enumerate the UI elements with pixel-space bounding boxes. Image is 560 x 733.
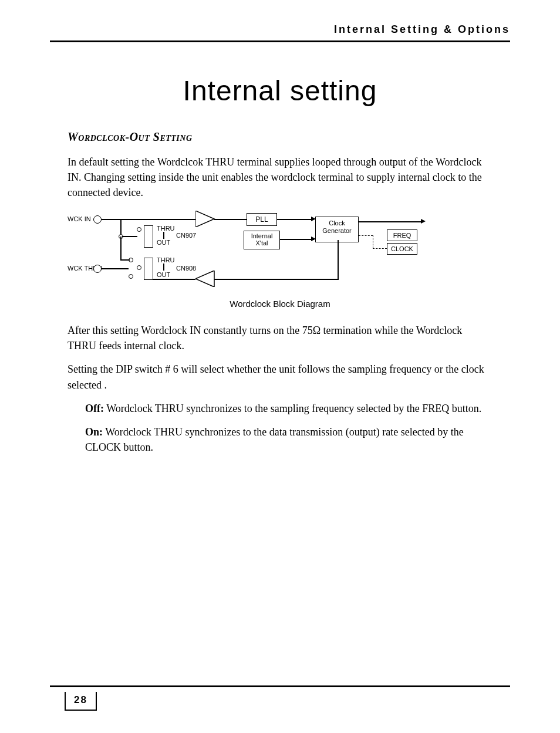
pll-box: PLL	[247, 213, 277, 226]
jack-wck-in	[93, 215, 102, 224]
clock-generator-box: Clock Generator	[315, 217, 359, 242]
line	[102, 219, 195, 220]
label-on: On:	[85, 426, 103, 438]
label-cn907: CN907	[176, 232, 196, 239]
header-rule	[50, 40, 510, 42]
line	[214, 279, 338, 280]
label-out-1: OUT	[157, 239, 170, 246]
wordclock-block-diagram: WCK IN THRU OUT CN907 PLL Internal X'tal…	[68, 211, 443, 293]
running-header: Internal Setting & Options	[50, 23, 510, 40]
line	[163, 264, 164, 271]
para-on: On: Wordclock THRU synchronizes to the d…	[85, 424, 492, 455]
buffer-amp-icon	[195, 271, 217, 287]
line	[102, 268, 129, 269]
para-after-1: After this setting Wordclock IN constant…	[68, 323, 492, 353]
line	[120, 259, 130, 261]
svg-marker-1	[195, 271, 214, 287]
para-off: Off: Wordclock THRU synchronizes to the …	[85, 401, 492, 416]
buffer-amp-icon	[195, 211, 217, 227]
text-off: Wordclock THRU synchronizes to the sampl…	[104, 403, 481, 414]
label-out-2: OUT	[157, 271, 170, 278]
label-thru-1: THRU	[157, 225, 175, 232]
line	[338, 240, 339, 280]
line	[163, 232, 164, 239]
label-off: Off:	[85, 403, 104, 414]
line	[277, 219, 313, 220]
line	[120, 237, 122, 260]
switch-box-2	[144, 258, 153, 280]
line	[359, 221, 423, 222]
para-intro: In default setting the Wordclcok THRU te…	[68, 154, 492, 200]
section-heading: Wordclcok-Out Setting	[68, 130, 510, 144]
label-cn908: CN908	[176, 265, 196, 272]
label-thru-2: THRU	[157, 256, 175, 264]
switch-box-1	[144, 225, 153, 248]
svg-marker-0	[195, 211, 214, 227]
switch-node	[129, 274, 133, 279]
line	[280, 239, 314, 240]
line	[122, 236, 137, 237]
line	[214, 219, 247, 220]
xtal-box: Internal X'tal	[244, 231, 280, 249]
arrow-icon	[421, 219, 426, 224]
line	[373, 235, 373, 248]
switch-node	[137, 227, 141, 232]
text-on: Wordclock THRU synchronizes to the data …	[85, 426, 464, 453]
label-wck-in: WCK IN	[68, 215, 91, 222]
clock-box: CLOCK	[387, 243, 417, 255]
footer-rule	[50, 685, 510, 687]
para-after-2: Setting the DIP switch # 6 will select w…	[68, 362, 492, 392]
page-number: 28	[65, 692, 97, 711]
page-title: Internal setting	[50, 75, 510, 107]
line	[359, 235, 373, 236]
switch-node	[137, 265, 141, 270]
freq-box: FREQ	[387, 229, 417, 241]
line	[153, 279, 195, 280]
diagram-caption: Wordclock Block Diagram	[50, 299, 510, 309]
line	[373, 248, 387, 249]
